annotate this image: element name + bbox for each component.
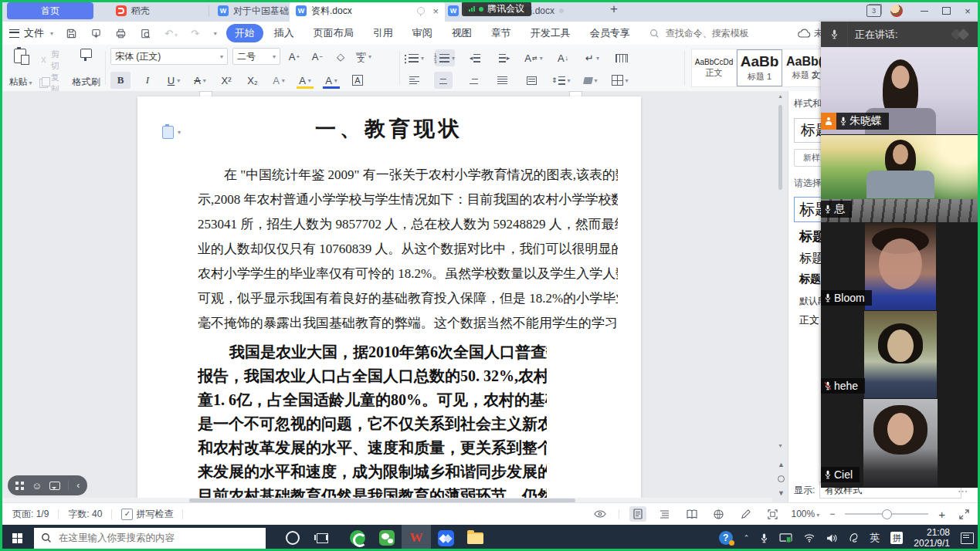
account-avatar[interactable] <box>890 5 903 17</box>
align-left-button[interactable] <box>405 72 423 89</box>
ribbon-tab-start[interactable]: 开始 <box>226 24 263 42</box>
ribbon-tab-page-layout[interactable]: 页面布局 <box>305 24 362 42</box>
ribbon-tab-devtools[interactable]: 开发工具 <box>522 24 579 42</box>
strikethrough-button[interactable]: A▾ <box>191 72 209 89</box>
highlight-color-button[interactable]: A▾ <box>296 72 314 89</box>
scroll-up-icon[interactable]: ▴ <box>776 93 785 100</box>
bold-button[interactable]: B <box>110 72 131 89</box>
subscript-button[interactable]: X₂ <box>243 72 262 89</box>
video-tile[interactable]: Bloom <box>821 223 980 311</box>
file-explorer-button[interactable] <box>460 525 490 551</box>
video-tile[interactable]: 朱晓蝶 <box>821 47 980 135</box>
fit-page-icon[interactable] <box>765 506 782 522</box>
video-tile[interactable]: 息 <box>821 135 980 223</box>
export-pdf-icon[interactable] <box>90 28 102 39</box>
collapse-pill-icon[interactable]: ‹ <box>76 480 80 491</box>
tab-home[interactable]: 首页 <box>7 2 93 19</box>
pin-icon[interactable] <box>417 7 425 15</box>
align-right-button[interactable] <box>463 72 482 89</box>
ribbon-tab-view[interactable]: 视图 <box>443 24 480 42</box>
wps-button[interactable]: W <box>402 525 431 551</box>
underline-button[interactable]: U▾ <box>164 72 183 89</box>
save-icon[interactable] <box>66 28 77 39</box>
new-tab-button[interactable]: + <box>610 2 618 17</box>
print-preview-icon[interactable] <box>140 28 151 39</box>
help-tray-icon[interactable]: ? <box>719 531 733 545</box>
read-mode-icon[interactable] <box>683 506 700 522</box>
outline-view-icon[interactable] <box>656 506 673 522</box>
font-color-button[interactable]: A▾ <box>322 72 341 89</box>
shading-button[interactable]: ▾ <box>582 72 600 89</box>
paste-button[interactable]: 粘贴▾ <box>5 49 36 89</box>
vertical-scrollbar[interactable]: ▴ ▾ <box>776 93 785 449</box>
close-button[interactable]: × <box>957 1 978 21</box>
language-indicator[interactable]: 英 <box>870 531 880 545</box>
document-page[interactable]: ▾ 一、教育现状 在 "中国统计年鉴 2009" 有一张关于农村小学教育情况的图… <box>137 96 641 503</box>
video-tile[interactable]: hehe <box>821 311 980 399</box>
ribbon-tab-review[interactable]: 审阅 <box>404 24 441 42</box>
change-case-button[interactable]: A⇄▾ <box>524 49 543 66</box>
eye-protection-icon[interactable] <box>592 506 609 522</box>
style-normal[interactable]: AaBbCcDd 正文 <box>692 49 737 86</box>
zoom-slider[interactable] <box>845 513 928 515</box>
tab-ruler-button[interactable] <box>612 49 631 66</box>
increase-indent-button[interactable]: ▸ <box>495 49 514 66</box>
zoom-value[interactable]: 100%▾ <box>792 509 820 519</box>
zoom-slider-thumb[interactable] <box>882 509 892 519</box>
start-button[interactable] <box>0 525 34 551</box>
undo-icon[interactable]: ↶▾ <box>164 28 178 39</box>
video-tile[interactable]: Ciel <box>821 399 980 488</box>
decrease-font-button[interactable]: A− <box>308 48 327 65</box>
increase-font-button[interactable]: A+ <box>285 48 303 65</box>
numbered-list-button[interactable]: ▾ <box>435 49 455 66</box>
italic-button[interactable]: I <box>138 72 157 89</box>
spellcheck-checkbox[interactable]: ✓ <box>121 509 133 520</box>
style-heading1[interactable]: AaBb 标题 1 <box>737 49 782 86</box>
scroll-down-icon[interactable]: ▾ <box>776 442 785 449</box>
customize-qat-icon[interactable]: ▾ <box>214 30 217 37</box>
notification-center-icon[interactable] <box>961 532 974 544</box>
align-center-button[interactable] <box>434 72 453 89</box>
next-page-icon[interactable]: ▼ <box>778 489 785 497</box>
previous-page-icon[interactable]: ▲ <box>778 461 785 468</box>
taskbar-search[interactable] <box>34 528 266 549</box>
close-tab-icon[interactable]: × <box>432 5 439 17</box>
justify-button[interactable] <box>493 72 511 89</box>
cut-button[interactable]: 剪切 <box>39 49 67 72</box>
file-menu-button[interactable]: 文件 ▾ <box>9 26 53 40</box>
paste-options-floating[interactable]: ▾ <box>162 126 181 139</box>
word-count[interactable]: 字数: 40 <box>68 508 102 521</box>
font-size-select[interactable]: 二号▾ <box>232 48 280 65</box>
clear-format-button[interactable]: ◇ <box>331 48 350 65</box>
command-search[interactable] <box>649 27 783 39</box>
text-effects-button[interactable]: A▾ <box>270 72 288 89</box>
pinyin-guide-button[interactable]: wén 文 ▾ <box>354 48 373 65</box>
chat-bubble-icon[interactable] <box>49 482 60 490</box>
display-cast-icon[interactable] <box>779 533 792 543</box>
wechat-button[interactable] <box>372 525 402 551</box>
fullscreen-icon[interactable] <box>955 506 972 522</box>
redo-icon[interactable]: ↷ <box>191 28 199 39</box>
taskbar-search-input[interactable] <box>57 532 246 544</box>
paragraph-mark-button[interactable]: ↵▾ <box>583 49 602 66</box>
bullet-list-button[interactable]: ▾ <box>405 49 424 66</box>
font-name-select[interactable]: 宋体 (正文)▾ <box>110 48 228 65</box>
select-browse-object-icon[interactable] <box>778 475 785 482</box>
taskbar-clock[interactable]: 21:08 2021/9/1 <box>914 527 950 549</box>
page-indicator[interactable]: 页面: 1/9 <box>12 508 49 521</box>
print-icon[interactable] <box>115 28 127 39</box>
mic-tray-icon[interactable] <box>760 532 768 544</box>
page-view-icon[interactable] <box>629 506 646 522</box>
superscript-button[interactable]: X² <box>217 72 236 89</box>
minimize-button[interactable] <box>914 1 935 21</box>
hidden-icons-chevron[interactable]: ⌃ <box>744 534 750 542</box>
layout-grid-icon[interactable] <box>15 482 24 490</box>
character-border-button[interactable]: A <box>348 72 367 89</box>
ribbon-tab-membership[interactable]: 会员专享 <box>582 24 639 42</box>
tab-list-badge[interactable]: 3 <box>866 5 881 17</box>
ribbon-tab-references[interactable]: 引用 <box>365 24 402 42</box>
tencent-meeting-button[interactable] <box>431 525 460 551</box>
text-tool-label[interactable]: 文字工具 <box>812 69 821 82</box>
ribbon-tab-insert[interactable]: 插入 <box>266 24 303 42</box>
borders-button[interactable]: ▾ <box>611 72 629 89</box>
